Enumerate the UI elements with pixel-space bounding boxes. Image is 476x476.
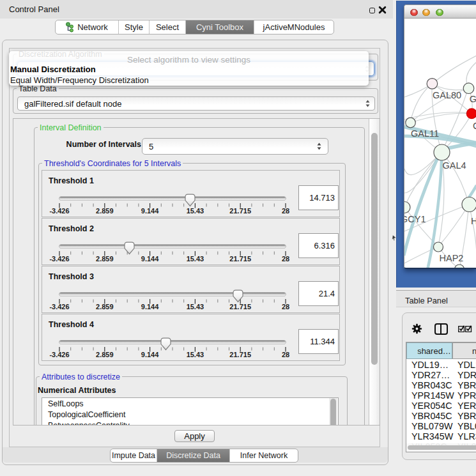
svg-text:GAL80: GAL80 <box>433 90 461 100</box>
svg-text:H: H <box>471 216 476 226</box>
svg-text:HAP2: HAP2 <box>440 253 464 263</box>
svg-text:C: C <box>473 121 476 131</box>
svg-text:GAL4: GAL4 <box>443 160 466 171</box>
svg-text:GAL11: GAL11 <box>411 128 439 139</box>
svg-text:GCY1: GCY1 <box>404 214 426 224</box>
svg-text:G.: G. <box>470 94 476 104</box>
